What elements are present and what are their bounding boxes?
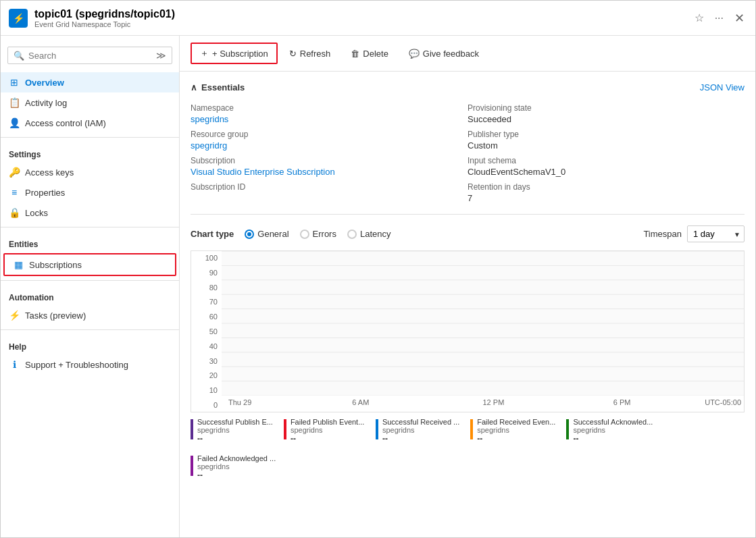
sidebar-item-support[interactable]: ℹ Support + Troubleshooting xyxy=(1,354,179,375)
legend-text-3: Failed Received Even... spegridns -- xyxy=(477,418,555,443)
timespan-select[interactable]: 1 day 6 hours 12 hours 7 days 30 days xyxy=(687,225,745,242)
sidebar-item-tasks[interactable]: ⚡ Tasks (preview) xyxy=(1,305,179,325)
sidebar: 🔍 ≫ ⊞ Overview 📋 Activity log 👤 Access c… xyxy=(1,36,180,537)
divider xyxy=(1,227,179,227)
sidebar-item-label: Activity log xyxy=(25,98,67,108)
search-input[interactable] xyxy=(28,51,156,61)
legend-item-2: Successful Received ... spegridns -- xyxy=(376,418,459,443)
legend-color-1 xyxy=(284,419,286,439)
refresh-icon: ↻ xyxy=(289,49,297,59)
namespace-item: Namespace spegridns xyxy=(191,101,468,127)
support-icon: ℹ xyxy=(9,359,20,370)
refresh-button-label: Refresh xyxy=(300,49,331,59)
publisher-item: Publisher type Custom xyxy=(468,127,745,153)
window-title: topic01 (spegridns/topic01) xyxy=(34,8,692,20)
legend-color-4 xyxy=(566,419,569,439)
sidebar-item-activity-log[interactable]: 📋 Activity log xyxy=(1,92,179,113)
legend-sub-0: spegridns xyxy=(197,426,273,434)
subscriptions-icon: ▦ xyxy=(13,259,24,270)
input-schema-value: CloudEventSchemaV1_0 xyxy=(468,167,745,177)
chart-x-axis: Thu 29 6 AM 12 PM 6 PM UTC-05:00 xyxy=(222,396,744,412)
essentials-collapse-button[interactable]: ∧ Essentials xyxy=(191,82,245,92)
legend-value-0: -- xyxy=(197,434,273,443)
legend-sub-2: spegridns xyxy=(382,426,459,434)
legend-color-2 xyxy=(376,419,378,439)
feedback-button[interactable]: 💬 Give feedback xyxy=(400,45,488,63)
sidebar-item-label: Access control (IAM) xyxy=(25,118,106,128)
sidebar-item-label: Subscriptions xyxy=(29,260,82,270)
chart-container: 100 90 80 70 60 50 40 30 20 10 0 xyxy=(191,250,745,412)
subscription-button-label: + Subscription xyxy=(212,49,268,59)
sidebar-item-subscriptions[interactable]: ▦ Subscriptions xyxy=(3,253,176,276)
refresh-button[interactable]: ↻ Refresh xyxy=(280,45,340,63)
radio-latency[interactable]: Latency xyxy=(347,229,391,239)
essentials-header: ∧ Essentials JSON View xyxy=(191,82,745,92)
plus-icon: ＋ xyxy=(200,47,209,59)
provisioning-value: Succeeded xyxy=(468,114,745,124)
x-label-thu: Thu 29 xyxy=(228,398,251,406)
legend-item-3: Failed Received Even... spegridns -- xyxy=(470,418,555,443)
retention-value: 7 xyxy=(468,193,745,203)
resource-group-label: Resource group xyxy=(191,130,468,139)
main-content: ＋ + Subscription ↻ Refresh 🗑 Delete 💬 Gi… xyxy=(180,36,755,537)
chart-type-label: Chart type xyxy=(191,229,234,239)
title-bar: ⚡ topic01 (spegridns/topic01) Event Grid… xyxy=(1,1,755,36)
sidebar-item-access-keys[interactable]: 🔑 Access keys xyxy=(1,162,179,182)
publisher-value: Custom xyxy=(468,140,745,151)
radio-general[interactable]: General xyxy=(245,229,288,239)
overview-icon: ⊞ xyxy=(9,77,20,88)
title-text: topic01 (spegridns/topic01) Event Grid N… xyxy=(34,8,692,28)
content-area: ∧ Essentials JSON View Namespace spegrid… xyxy=(180,72,755,491)
chevron-icon: ∧ xyxy=(191,82,197,92)
radio-circle-latency xyxy=(347,230,357,239)
namespace-label: Namespace xyxy=(191,103,468,113)
more-options-button[interactable]: ··· xyxy=(712,9,726,27)
access-keys-icon: 🔑 xyxy=(9,167,20,178)
subscription-value[interactable]: Visual Studio Enterprise Subscription xyxy=(191,167,335,177)
activity-log-icon: 📋 xyxy=(9,97,20,108)
sidebar-item-access-control[interactable]: 👤 Access control (IAM) xyxy=(1,113,179,133)
resource-group-value[interactable]: spegridrg xyxy=(191,140,227,151)
legend-name-2: Successful Received ... xyxy=(382,418,459,426)
subscription-item: Subscription Visual Studio Enterprise Su… xyxy=(191,153,468,180)
chart-legend: Successful Publish E... spegridns -- Fai… xyxy=(191,418,745,480)
retention-label: Retention in days xyxy=(468,182,745,192)
chart-svg xyxy=(222,251,744,396)
app-icon: ⚡ xyxy=(9,9,28,28)
sidebar-item-properties[interactable]: ≡ Properties xyxy=(1,182,179,203)
locks-icon: 🔒 xyxy=(9,207,20,218)
subscription-button[interactable]: ＋ + Subscription xyxy=(191,43,278,64)
legend-color-0 xyxy=(191,419,193,439)
legend-text-1: Failed Publish Event... spegridns -- xyxy=(291,418,364,443)
sidebar-item-overview[interactable]: ⊞ Overview xyxy=(1,72,179,92)
delete-button-label: Delete xyxy=(363,49,388,59)
close-button[interactable]: ✕ xyxy=(732,8,747,28)
collapse-sidebar-button[interactable]: ≫ xyxy=(156,50,166,61)
search-box[interactable]: 🔍 ≫ xyxy=(7,47,172,64)
radio-circle-general xyxy=(245,230,254,239)
delete-button[interactable]: 🗑 Delete xyxy=(342,45,397,63)
json-view-link[interactable]: JSON View xyxy=(700,82,745,92)
legend-text-2: Successful Received ... spegridns -- xyxy=(382,418,459,443)
favorite-button[interactable]: ☆ xyxy=(692,9,707,27)
sidebar-item-label: Locks xyxy=(25,208,48,218)
legend-name-4: Successful Acknowled... xyxy=(573,418,653,426)
resource-group-item: Resource group spegridrg xyxy=(191,127,468,153)
namespace-value[interactable]: spegridns xyxy=(191,114,228,124)
legend-text-4: Successful Acknowled... spegridns -- xyxy=(573,418,653,443)
legend-item-4: Successful Acknowled... spegridns -- xyxy=(566,418,653,443)
chart-type-row: Chart type General Errors xyxy=(191,225,745,242)
chart-type-controls: Chart type General Errors xyxy=(191,229,390,239)
legend-value-4: -- xyxy=(573,434,653,443)
essentials-grid: Namespace spegridns Provisioning state S… xyxy=(191,101,745,215)
radio-errors[interactable]: Errors xyxy=(300,229,336,239)
input-schema-label: Input schema xyxy=(468,156,745,165)
title-actions: ☆ ··· ✕ xyxy=(692,8,747,28)
toolbar: ＋ + Subscription ↻ Refresh 🗑 Delete 💬 Gi… xyxy=(180,36,755,72)
provisioning-item: Provisioning state Succeeded xyxy=(468,101,745,127)
sidebar-item-locks[interactable]: 🔒 Locks xyxy=(1,203,179,223)
legend-sub-1: spegridns xyxy=(291,426,364,434)
divider xyxy=(1,280,179,281)
legend-value-3: -- xyxy=(477,434,555,443)
entities-section-header: Entities xyxy=(1,232,179,252)
